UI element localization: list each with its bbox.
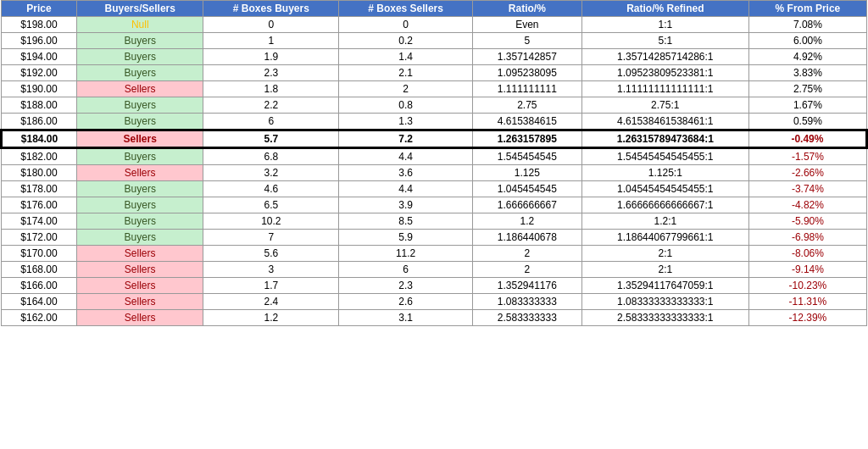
cell-price: $194.00	[2, 49, 77, 65]
col-header-ratio: Ratio/%	[472, 1, 581, 17]
cell-boxes-sellers: 6	[339, 262, 473, 278]
cell-boxes-sellers: 2.6	[339, 294, 473, 310]
table-row: $186.00Buyers61.34.6153846154.6153846153…	[2, 114, 867, 130]
cell-ratio: 4.615384615	[472, 114, 581, 130]
cell-side: Sellers	[76, 165, 203, 181]
cell-boxes-sellers: 4.4	[339, 148, 473, 165]
cell-ratio: 1.095238095	[472, 65, 581, 81]
cell-ratio-refined: 5:1	[581, 33, 748, 49]
table-row: $190.00Sellers1.821.1111111111.111111111…	[2, 81, 867, 97]
table-row: $172.00Buyers75.91.1864406781.1864406779…	[2, 230, 867, 246]
cell-from-price: -6.98%	[748, 230, 866, 246]
cell-price: $182.00	[2, 148, 77, 165]
cell-ratio: 1.545454545	[472, 148, 581, 165]
cell-boxes-buyers: 4.6	[203, 181, 339, 197]
cell-ratio: 5	[472, 33, 581, 49]
cell-price: $174.00	[2, 213, 77, 230]
cell-boxes-buyers: 2.3	[203, 65, 339, 81]
cell-ratio: 1.263157895	[472, 130, 581, 148]
cell-ratio-refined: 4.61538461538461:1	[581, 114, 748, 130]
cell-side: Null	[76, 17, 203, 33]
cell-price: $190.00	[2, 81, 77, 97]
cell-ratio-refined: 2.75:1	[581, 97, 748, 114]
cell-ratio-refined: 1.26315789473684:1	[581, 130, 748, 148]
table-row: $166.00Sellers1.72.31.3529411761.3529411…	[2, 278, 867, 294]
cell-ratio: 2.75	[472, 97, 581, 114]
cell-price: $176.00	[2, 197, 77, 213]
cell-boxes-buyers: 1.7	[203, 278, 339, 294]
cell-price: $170.00	[2, 246, 77, 262]
cell-side: Buyers	[76, 213, 203, 230]
cell-price: $166.00	[2, 278, 77, 294]
cell-side: Buyers	[76, 230, 203, 246]
table-row: $188.00Buyers2.20.82.752.75:11.67%	[2, 97, 867, 114]
cell-from-price: 3.83%	[748, 65, 866, 81]
cell-ratio: 1.666666667	[472, 197, 581, 213]
cell-price: $164.00	[2, 294, 77, 310]
cell-boxes-sellers: 2.3	[339, 278, 473, 294]
cell-ratio-refined: 1.54545454545455:1	[581, 148, 748, 165]
cell-side: Sellers	[76, 310, 203, 326]
cell-ratio: 2	[472, 262, 581, 278]
cell-boxes-sellers: 0.8	[339, 97, 473, 114]
table-row: $180.00Sellers3.23.61.1251.125:1-2.66%	[2, 165, 867, 181]
cell-from-price: 7.08%	[748, 17, 866, 33]
cell-ratio: 1.2	[472, 213, 581, 230]
table-row: $176.00Buyers6.53.91.6666666671.66666666…	[2, 197, 867, 213]
cell-ratio: 1.125	[472, 165, 581, 181]
cell-side: Buyers	[76, 49, 203, 65]
cell-price: $188.00	[2, 97, 77, 114]
cell-boxes-sellers: 3.6	[339, 165, 473, 181]
cell-ratio-refined: 1.125:1	[581, 165, 748, 181]
cell-side: Buyers	[76, 65, 203, 81]
cell-side: Sellers	[76, 262, 203, 278]
cell-boxes-buyers: 0	[203, 17, 339, 33]
cell-price: $172.00	[2, 230, 77, 246]
cell-boxes-sellers: 3.1	[339, 310, 473, 326]
cell-price: $180.00	[2, 165, 77, 181]
cell-side: Sellers	[76, 278, 203, 294]
cell-boxes-buyers: 1	[203, 33, 339, 49]
cell-ratio: Even	[472, 17, 581, 33]
cell-ratio-refined: 1.66666666666667:1	[581, 197, 748, 213]
cell-boxes-buyers: 6.5	[203, 197, 339, 213]
cell-ratio-refined: 1.09523809523381:1	[581, 65, 748, 81]
cell-ratio: 2.583333333	[472, 310, 581, 326]
cell-from-price: -2.66%	[748, 165, 866, 181]
cell-ratio: 1.111111111	[472, 81, 581, 97]
cell-price: $184.00	[2, 130, 77, 148]
cell-boxes-buyers: 2.2	[203, 97, 339, 114]
cell-from-price: 0.59%	[748, 114, 866, 130]
table-row: $170.00Sellers5.611.222:1-8.06%	[2, 246, 867, 262]
cell-side: Buyers	[76, 33, 203, 49]
cell-ratio: 1.186440678	[472, 230, 581, 246]
table-row: $164.00Sellers2.42.61.0833333331.0833333…	[2, 294, 867, 310]
table-row: $194.00Buyers1.91.41.3571428571.35714285…	[2, 49, 867, 65]
cell-boxes-sellers: 5.9	[339, 230, 473, 246]
cell-price: $162.00	[2, 310, 77, 326]
cell-from-price: -5.90%	[748, 213, 866, 230]
table-row: $192.00Buyers2.32.11.0952380951.09523809…	[2, 65, 867, 81]
cell-from-price: -12.39%	[748, 310, 866, 326]
cell-from-price: 4.92%	[748, 49, 866, 65]
col-header-price: Price	[2, 1, 77, 17]
cell-ratio: 2	[472, 246, 581, 262]
cell-boxes-buyers: 5.7	[203, 130, 339, 148]
table-row: $184.00Sellers5.77.21.2631578951.2631578…	[2, 130, 867, 148]
col-header-ratio-refined: Ratio/% Refined	[581, 1, 748, 17]
cell-from-price: 1.67%	[748, 97, 866, 114]
cell-price: $186.00	[2, 114, 77, 130]
cell-ratio: 1.045454545	[472, 181, 581, 197]
cell-ratio-refined: 1:1	[581, 17, 748, 33]
table-row: $196.00Buyers10.255:16.00%	[2, 33, 867, 49]
cell-side: Buyers	[76, 97, 203, 114]
cell-boxes-sellers: 11.2	[339, 246, 473, 262]
cell-from-price: -1.57%	[748, 148, 866, 165]
cell-side: Buyers	[76, 181, 203, 197]
table-row: $174.00Buyers10.28.51.21.2:1-5.90%	[2, 213, 867, 230]
cell-boxes-sellers: 0.2	[339, 33, 473, 49]
table-row: $182.00Buyers6.84.41.5454545451.54545454…	[2, 148, 867, 165]
cell-ratio-refined: 1.11111111111111:1	[581, 81, 748, 97]
cell-boxes-sellers: 2	[339, 81, 473, 97]
cell-side: Buyers	[76, 114, 203, 130]
